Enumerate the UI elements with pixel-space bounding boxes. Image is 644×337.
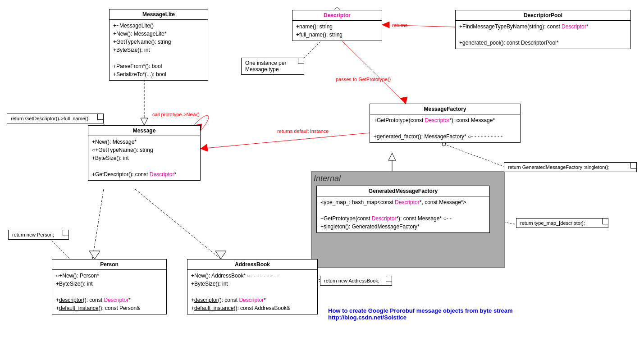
generatedmessagefactory-title: GeneratedMessageFactory (317, 186, 489, 196)
descriptor-title: Descriptor (292, 10, 382, 21)
return-type-map-note: return type_map_[descriptor]; (516, 218, 608, 228)
return-generated-factory-note: return GeneratedMessageFactory::singleto… (504, 162, 637, 172)
uml-diagram: MessageLite +~MessageLite() +New(): Mess… (0, 0, 644, 337)
messagefactory-box: MessageFactory +GetPrototype(const Descr… (370, 104, 521, 143)
addressbook-box: AddressBook +New(): AddressBook* ○- - - … (187, 259, 318, 314)
returns-label: returns (392, 23, 407, 28)
svg-marker-7 (388, 153, 396, 160)
messagelite-body: +~MessageLite() +New(): MessageLite* +Ge… (110, 20, 208, 80)
returns-default-instance-label: returns default instance (277, 128, 329, 134)
messagelite-box: MessageLite +~MessageLite() +New(): Mess… (109, 9, 208, 81)
svg-marker-3 (89, 251, 100, 259)
descriptorpool-title: DescriptorPool (456, 10, 630, 21)
return-getdescriptor-text: return GetDescriptor()->full_name(); (11, 116, 90, 121)
svg-line-10 (337, 36, 406, 104)
message-box: Message +New(): Message* ○+GetTypeName()… (88, 125, 201, 181)
bottom-line2: http://blog.csdn.net/Solstice (328, 314, 513, 321)
svg-marker-14 (201, 144, 208, 151)
bottom-text: How to create Google Prorobuf message ob… (328, 307, 513, 321)
descriptorpool-body: +FindMessageTypeByName(string): const De… (456, 21, 630, 49)
return-generated-factory-text: return GeneratedMessageFactory::singleto… (508, 164, 610, 170)
message-body: +New(): Message* ○+GetTypeName(): string… (88, 136, 200, 180)
descriptor-body: +name(): string +full_name(): string (292, 21, 382, 41)
return-new-person-note: return new Person; (8, 230, 69, 240)
return-getdescriptor-note: return GetDescriptor()->full_name(); (7, 114, 104, 123)
message-title: Message (88, 126, 200, 136)
addressbook-body: +New(): AddressBook* ○- - - - - - - - - … (187, 270, 317, 314)
messagefactory-title: MessageFactory (370, 104, 520, 114)
one-instance-text: One instance perMessage type (245, 60, 286, 73)
return-new-addressbook-text: return new AddressBook; (324, 278, 379, 283)
generatedmessagefactory-body: -type_map_: hash_map<const Descriptor*, … (317, 196, 489, 232)
bottom-line1: How to create Google Prorobuf message ob… (328, 307, 513, 314)
svg-marker-9 (382, 22, 389, 28)
return-new-addressbook-note: return new AddressBook; (320, 276, 392, 286)
one-instance-note: One instance perMessage type (241, 58, 304, 75)
addressbook-title: AddressBook (187, 260, 317, 270)
descriptorpool-box: DescriptorPool +FindMessageTypeByName(st… (455, 10, 631, 49)
passes-to-getprototype-label: passes to GetPrototype() (336, 77, 391, 82)
svg-point-16 (442, 142, 446, 146)
internal-label: Internal (314, 174, 341, 183)
person-body: ○+New(): Person* +ByteSize(): int +descr… (52, 270, 166, 314)
svg-line-13 (201, 133, 370, 149)
person-title: Person (52, 260, 166, 270)
generatedmessagefactory-box: GeneratedMessageFactory -type_map_: hash… (316, 186, 490, 233)
svg-line-4 (135, 189, 221, 259)
return-new-person-text: return new Person; (12, 232, 54, 237)
person-box: Person ○+New(): Person* +ByteSize(): int… (52, 259, 167, 314)
internal-box: Internal GeneratedMessageFactory -type_m… (311, 171, 505, 268)
return-type-map-text: return type_map_[descriptor]; (520, 220, 585, 226)
messagelite-title: MessageLite (110, 9, 208, 20)
svg-marker-5 (215, 251, 226, 259)
svg-line-15 (444, 144, 505, 167)
descriptor-box: Descriptor +name(): string +full_name():… (292, 10, 382, 41)
messagefactory-body: +GetPrototype(const Descriptor*): const … (370, 114, 520, 142)
call-prototype-label: call prototype->New() (152, 112, 200, 117)
svg-marker-11 (400, 97, 407, 104)
svg-line-2 (92, 189, 104, 259)
svg-marker-1 (141, 118, 148, 125)
